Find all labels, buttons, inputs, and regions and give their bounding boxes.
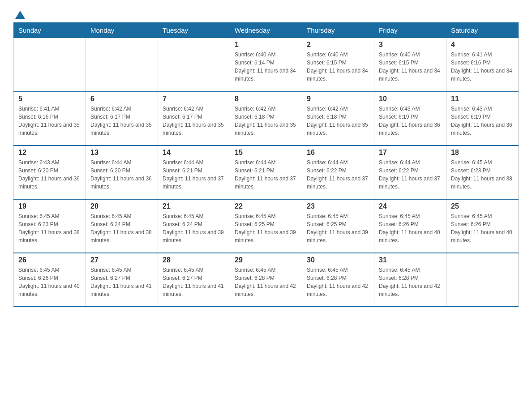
day-number: 10 <box>379 95 442 103</box>
day-of-week-header: Saturday <box>446 23 519 38</box>
logo-triangle-icon <box>15 10 25 20</box>
day-info: Sunrise: 6:44 AMSunset: 6:20 PMDaylight:… <box>90 158 153 191</box>
calendar-day-cell: 17Sunrise: 6:44 AMSunset: 6:22 PMDayligh… <box>374 146 446 199</box>
calendar-day-cell: 24Sunrise: 6:45 AMSunset: 6:26 PMDayligh… <box>374 199 446 253</box>
calendar-day-cell: 18Sunrise: 6:45 AMSunset: 6:23 PMDayligh… <box>446 146 519 199</box>
calendar-week-row: 19Sunrise: 6:45 AMSunset: 6:23 PMDayligh… <box>14 199 519 253</box>
day-info: Sunrise: 6:41 AMSunset: 6:16 PMDaylight:… <box>451 51 514 83</box>
day-of-week-header: Wednesday <box>230 23 302 38</box>
calendar-day-cell: 27Sunrise: 6:45 AMSunset: 6:27 PMDayligh… <box>86 253 158 307</box>
day-info: Sunrise: 6:45 AMSunset: 6:24 PMDaylight:… <box>90 212 153 244</box>
day-number: 30 <box>307 256 369 264</box>
calendar-day-cell: 3Sunrise: 6:40 AMSunset: 6:15 PMDaylight… <box>374 38 446 92</box>
day-number: 21 <box>163 202 225 210</box>
calendar-day-cell: 4Sunrise: 6:41 AMSunset: 6:16 PMDaylight… <box>446 38 519 92</box>
calendar-day-cell: 2Sunrise: 6:40 AMSunset: 6:15 PMDaylight… <box>302 38 374 92</box>
day-info: Sunrise: 6:45 AMSunset: 6:27 PMDaylight:… <box>90 266 153 298</box>
day-number: 3 <box>379 41 442 49</box>
day-number: 11 <box>451 95 514 103</box>
day-info: Sunrise: 6:43 AMSunset: 6:20 PMDaylight:… <box>18 158 81 191</box>
calendar-day-cell: 6Sunrise: 6:42 AMSunset: 6:17 PMDaylight… <box>86 92 158 146</box>
day-info: Sunrise: 6:45 AMSunset: 6:23 PMDaylight:… <box>451 158 514 191</box>
calendar-day-cell: 20Sunrise: 6:45 AMSunset: 6:24 PMDayligh… <box>86 199 158 253</box>
calendar-week-row: 26Sunrise: 6:45 AMSunset: 6:26 PMDayligh… <box>14 253 519 307</box>
day-number: 29 <box>235 256 297 264</box>
day-of-week-header: Sunday <box>14 23 86 38</box>
calendar-day-cell: 23Sunrise: 6:45 AMSunset: 6:25 PMDayligh… <box>302 199 374 253</box>
calendar-day-cell: 14Sunrise: 6:44 AMSunset: 6:21 PMDayligh… <box>158 146 230 199</box>
day-number: 6 <box>90 95 153 103</box>
calendar-day-cell <box>446 253 519 307</box>
day-info: Sunrise: 6:42 AMSunset: 6:18 PMDaylight:… <box>307 105 369 137</box>
logo <box>13 9 25 18</box>
day-number: 12 <box>18 149 81 157</box>
calendar-day-cell: 13Sunrise: 6:44 AMSunset: 6:20 PMDayligh… <box>86 146 158 199</box>
day-info: Sunrise: 6:40 AMSunset: 6:15 PMDaylight:… <box>379 51 442 83</box>
page-header <box>13 9 519 18</box>
day-number: 25 <box>451 202 514 210</box>
day-info: Sunrise: 6:43 AMSunset: 6:19 PMDaylight:… <box>451 105 514 137</box>
day-info: Sunrise: 6:45 AMSunset: 6:26 PMDaylight:… <box>451 212 514 244</box>
day-number: 2 <box>307 41 369 49</box>
day-info: Sunrise: 6:45 AMSunset: 6:27 PMDaylight:… <box>163 266 225 298</box>
day-info: Sunrise: 6:45 AMSunset: 6:23 PMDaylight:… <box>18 212 81 244</box>
day-number: 13 <box>90 149 153 157</box>
calendar-week-row: 1Sunrise: 6:40 AMSunset: 6:14 PMDaylight… <box>14 38 519 92</box>
calendar-day-cell: 26Sunrise: 6:45 AMSunset: 6:26 PMDayligh… <box>14 253 86 307</box>
day-info: Sunrise: 6:42 AMSunset: 6:17 PMDaylight:… <box>163 105 225 137</box>
day-number: 18 <box>451 149 514 157</box>
day-number: 8 <box>235 95 297 103</box>
day-info: Sunrise: 6:44 AMSunset: 6:22 PMDaylight:… <box>307 158 369 191</box>
calendar-day-cell: 25Sunrise: 6:45 AMSunset: 6:26 PMDayligh… <box>446 199 519 253</box>
calendar-body: 1Sunrise: 6:40 AMSunset: 6:14 PMDaylight… <box>14 38 519 307</box>
day-number: 20 <box>90 202 153 210</box>
day-info: Sunrise: 6:45 AMSunset: 6:26 PMDaylight:… <box>18 266 81 298</box>
day-info: Sunrise: 6:45 AMSunset: 6:28 PMDaylight:… <box>235 266 297 298</box>
day-of-week-header: Monday <box>86 23 158 38</box>
day-number: 4 <box>451 41 514 49</box>
day-info: Sunrise: 6:41 AMSunset: 6:16 PMDaylight:… <box>18 105 81 137</box>
calendar-day-cell <box>14 38 86 92</box>
calendar-day-cell <box>158 38 230 92</box>
day-number: 31 <box>379 256 442 264</box>
day-of-week-header: Tuesday <box>158 23 230 38</box>
days-header-row: SundayMondayTuesdayWednesdayThursdayFrid… <box>14 23 519 38</box>
calendar-day-cell: 28Sunrise: 6:45 AMSunset: 6:27 PMDayligh… <box>158 253 230 307</box>
day-number: 26 <box>18 256 81 264</box>
calendar-day-cell: 11Sunrise: 6:43 AMSunset: 6:19 PMDayligh… <box>446 92 519 146</box>
day-number: 23 <box>307 202 369 210</box>
day-number: 28 <box>163 256 225 264</box>
day-of-week-header: Friday <box>374 23 446 38</box>
svg-marker-0 <box>15 11 25 19</box>
day-info: Sunrise: 6:45 AMSunset: 6:24 PMDaylight:… <box>163 212 225 244</box>
day-info: Sunrise: 6:40 AMSunset: 6:15 PMDaylight:… <box>307 51 369 83</box>
calendar-table: SundayMondayTuesdayWednesdayThursdayFrid… <box>13 22 519 307</box>
day-info: Sunrise: 6:43 AMSunset: 6:19 PMDaylight:… <box>379 105 442 137</box>
calendar-week-row: 5Sunrise: 6:41 AMSunset: 6:16 PMDaylight… <box>14 92 519 146</box>
day-number: 1 <box>235 41 297 49</box>
calendar-day-cell: 15Sunrise: 6:44 AMSunset: 6:21 PMDayligh… <box>230 146 302 199</box>
calendar-header: SundayMondayTuesdayWednesdayThursdayFrid… <box>14 23 519 38</box>
calendar-day-cell: 8Sunrise: 6:42 AMSunset: 6:18 PMDaylight… <box>230 92 302 146</box>
calendar-day-cell: 30Sunrise: 6:45 AMSunset: 6:28 PMDayligh… <box>302 253 374 307</box>
calendar-day-cell: 10Sunrise: 6:43 AMSunset: 6:19 PMDayligh… <box>374 92 446 146</box>
day-number: 15 <box>235 149 297 157</box>
day-info: Sunrise: 6:45 AMSunset: 6:26 PMDaylight:… <box>379 212 442 244</box>
day-number: 7 <box>163 95 225 103</box>
day-of-week-header: Thursday <box>302 23 374 38</box>
day-info: Sunrise: 6:40 AMSunset: 6:14 PMDaylight:… <box>235 51 297 83</box>
day-info: Sunrise: 6:45 AMSunset: 6:28 PMDaylight:… <box>379 266 442 298</box>
day-number: 14 <box>163 149 225 157</box>
day-info: Sunrise: 6:44 AMSunset: 6:21 PMDaylight:… <box>235 158 297 191</box>
day-number: 22 <box>235 202 297 210</box>
calendar-day-cell: 29Sunrise: 6:45 AMSunset: 6:28 PMDayligh… <box>230 253 302 307</box>
day-info: Sunrise: 6:45 AMSunset: 6:28 PMDaylight:… <box>307 266 369 298</box>
day-number: 24 <box>379 202 442 210</box>
calendar-day-cell: 12Sunrise: 6:43 AMSunset: 6:20 PMDayligh… <box>14 146 86 199</box>
day-number: 19 <box>18 202 81 210</box>
calendar-day-cell: 16Sunrise: 6:44 AMSunset: 6:22 PMDayligh… <box>302 146 374 199</box>
calendar-day-cell: 7Sunrise: 6:42 AMSunset: 6:17 PMDaylight… <box>158 92 230 146</box>
day-number: 17 <box>379 149 442 157</box>
day-number: 27 <box>90 256 153 264</box>
day-number: 16 <box>307 149 369 157</box>
